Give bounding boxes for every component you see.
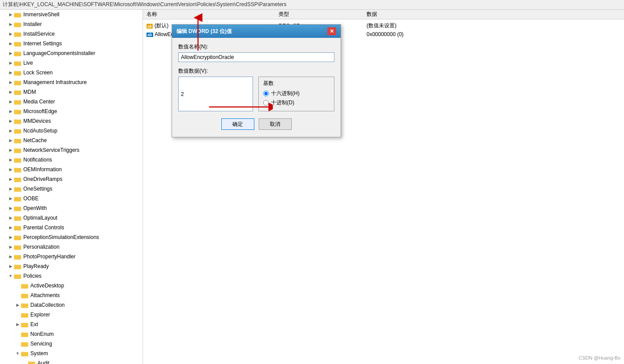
title-path: 计算机\HKEY_LOCAL_MACHINE\SOFTWARE\Microsof… <box>3 1 286 8</box>
tree-item-PhotoPropertyHandler[interactable]: PhotoPropertyHandler <box>0 252 143 261</box>
tree-item-ManagementInfrastructure[interactable]: Management Infrastructure <box>0 77 143 87</box>
folder-icon-ParentalControls <box>14 224 21 231</box>
edit-dword-dialog: 编辑 DWORD (32 位)值 ✕ 数值名称(N): 数值数据(V): 基数 … <box>172 24 341 137</box>
tree-label-Servicing: Servicing <box>29 340 52 348</box>
tree-item-NetCache[interactable]: NetCache <box>0 136 143 145</box>
base-label: 基数 <box>263 80 330 87</box>
dialog-close-button[interactable]: ✕ <box>327 27 336 35</box>
tree-toggle-OneSettings[interactable] <box>7 185 14 192</box>
tree-label-Installer: Installer <box>22 20 42 28</box>
tree-item-ParentalControls[interactable]: Parental Controls <box>0 223 143 232</box>
tree-label-Notifications: Notifications <box>22 156 52 164</box>
tree-toggle-OpenWith[interactable] <box>7 205 14 212</box>
tree-item-OOBE[interactable]: OOBE <box>0 194 143 203</box>
tree-toggle-InternetSettings[interactable] <box>7 40 14 47</box>
tree-item-DataCollection[interactable]: DataCollection <box>0 300 143 310</box>
tree-toggle-Ext[interactable] <box>14 321 21 328</box>
tree-toggle-LanguageComponentsInstaller[interactable] <box>7 50 14 57</box>
folder-icon-Notifications <box>14 157 21 163</box>
tree-toggle-NetworkServiceTriggers[interactable] <box>7 147 14 154</box>
tree-toggle-MediaCenter[interactable] <box>7 98 14 105</box>
tree-item-Explorer[interactable]: Explorer <box>0 310 143 320</box>
tree-toggle-Notifications[interactable] <box>7 156 14 163</box>
tree-item-OEMInformation[interactable]: OEMInformation <box>0 165 143 174</box>
tree-item-Servicing[interactable]: Servicing <box>0 339 143 349</box>
ab-icon: ab <box>147 23 153 29</box>
tree-item-NonEnum[interactable]: NonEnum <box>0 329 143 339</box>
tree-item-ImmersiveShell[interactable]: ImmersiveShell <box>0 10 143 19</box>
tree-item-Live[interactable]: Live <box>0 58 143 68</box>
dec-radio[interactable] <box>263 100 269 106</box>
tree-item-Notifications[interactable]: Notifications <box>0 155 143 165</box>
tree-toggle-MDM[interactable] <box>7 88 14 96</box>
folder-icon-OptimalLayout <box>14 215 21 221</box>
tree-toggle-NetCache[interactable] <box>7 137 14 144</box>
tree-item-OneDriveRamps[interactable]: OneDriveRamps <box>0 174 143 184</box>
data-input[interactable] <box>178 77 253 111</box>
tree-item-OneSettings[interactable]: OneSettings <box>0 184 143 194</box>
tree-item-LanguageComponentsInstaller[interactable]: LanguageComponentsInstaller <box>0 48 143 58</box>
tree-toggle-OptimalLayout[interactable] <box>7 214 14 221</box>
tree-toggle-ParentalControls[interactable] <box>7 224 14 231</box>
tree-label-InstallService: InstallService <box>22 30 55 38</box>
tree-toggle-Personalization[interactable] <box>7 243 14 250</box>
folder-icon-Attachments <box>21 292 28 298</box>
tree-toggle-PerceptionSimulationExtensions[interactable] <box>7 234 14 241</box>
tree-toggle-MicrosoftEdge[interactable] <box>7 108 14 115</box>
tree-item-MediaCenter[interactable]: Media Center <box>0 97 143 107</box>
tree-toggle-OOBE[interactable] <box>7 195 14 202</box>
tree-label-Live: Live <box>22 59 33 67</box>
tree-toggle-NcdAutoSetup[interactable] <box>7 127 14 134</box>
tree-item-InstallService[interactable]: InstallService <box>0 29 143 39</box>
tree-item-System[interactable]: System <box>0 349 143 358</box>
tree-toggle-Live[interactable] <box>7 59 14 66</box>
tree-item-Personalization[interactable]: Personalization <box>0 242 143 252</box>
tree-label-PlayReady: PlayReady <box>22 262 49 270</box>
tree-toggle-Installer[interactable] <box>7 21 14 28</box>
tree-toggle-OneDriveRamps[interactable] <box>7 176 14 183</box>
tree-item-Policies[interactable]: Policies <box>0 271 143 281</box>
tree-item-Audit[interactable]: Audit <box>0 358 143 364</box>
tree-toggle-System[interactable] <box>14 350 21 357</box>
tree-toggle-InstallService[interactable] <box>7 30 14 37</box>
tree-toggle-ImmersiveShell[interactable] <box>7 11 14 18</box>
tree-toggle-Policies[interactable] <box>7 272 14 279</box>
tree-item-Installer[interactable]: Installer <box>0 19 143 29</box>
tree-item-NcdAutoSetup[interactable]: NcdAutoSetup <box>0 126 143 136</box>
ok-button[interactable]: 确定 <box>221 118 254 130</box>
tree-item-OpenWith[interactable]: OpenWith <box>0 203 143 213</box>
tree-toggle-PlayReady[interactable] <box>7 263 14 270</box>
tree-label-DataCollection: DataCollection <box>29 301 65 309</box>
tree-toggle-ManagementInfrastructure[interactable] <box>7 79 14 86</box>
name-input[interactable] <box>178 52 334 62</box>
folder-icon-NonEnum <box>21 331 28 337</box>
tree-item-InternetSettings[interactable]: Internet Settings <box>0 39 143 48</box>
tree-item-ActiveDesktop[interactable]: ActiveDesktop <box>0 281 143 290</box>
folder-icon-Live <box>14 60 21 66</box>
folder-icon-MicrosoftEdge <box>14 108 21 114</box>
dec-radio-label[interactable]: 十进制(D) <box>263 99 330 107</box>
tree-item-MMDevices[interactable]: MMDevices <box>0 116 143 126</box>
tree-toggle-PhotoPropertyHandler[interactable] <box>7 253 14 260</box>
tree-item-PlayReady[interactable]: PlayReady <box>0 261 143 271</box>
tree-item-LockScreen[interactable]: Lock Screen <box>0 68 143 77</box>
tree-panel[interactable]: ImmersiveShell Installer InstallService … <box>0 10 143 364</box>
tree-item-Ext[interactable]: Ext <box>0 320 143 329</box>
hex-radio-label[interactable]: 十六进制(H) <box>263 90 330 97</box>
dec-label: 十进制(D) <box>271 99 294 107</box>
tree-toggle-LockScreen[interactable] <box>7 69 14 76</box>
tree-label-NonEnum: NonEnum <box>29 330 54 338</box>
tree-item-OptimalLayout[interactable]: OptimalLayout <box>0 213 143 223</box>
cancel-button[interactable]: 取消 <box>259 118 292 130</box>
tree-item-MDM[interactable]: MDM <box>0 87 143 97</box>
tree-toggle-OEMInformation[interactable] <box>7 166 14 173</box>
tree-toggle-DataCollection[interactable] <box>14 301 21 309</box>
tree-item-PerceptionSimulationExtensions[interactable]: PerceptionSimulationExtensions <box>0 232 143 242</box>
tree-item-MicrosoftEdge[interactable]: MicrosoftEdge <box>0 107 143 116</box>
tree-label-Ext: Ext <box>29 320 38 328</box>
tree-toggle-MMDevices[interactable] <box>7 118 14 125</box>
tree-item-Attachments[interactable]: Attachments <box>0 290 143 300</box>
tree-item-NetworkServiceTriggers[interactable]: NetworkServiceTriggers <box>0 145 143 155</box>
hex-radio[interactable] <box>263 91 269 96</box>
tree-label-MicrosoftEdge: MicrosoftEdge <box>22 107 57 115</box>
